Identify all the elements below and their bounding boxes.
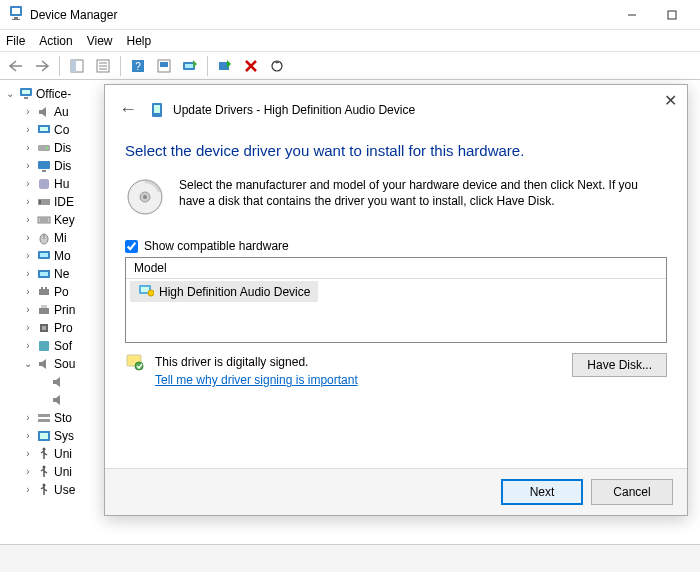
- expander-icon[interactable]: ›: [22, 247, 34, 265]
- audio-icon: [50, 374, 66, 390]
- expander-icon[interactable]: ›: [22, 319, 34, 337]
- tree-item-label: Prin: [54, 301, 75, 319]
- model-column-header[interactable]: Model: [126, 258, 666, 279]
- tree-item-label: Pro: [54, 319, 73, 337]
- svg-rect-2: [14, 17, 18, 19]
- description-text: Select the manufacturer and model of you…: [179, 177, 667, 209]
- expander-icon[interactable]: ›: [22, 139, 34, 157]
- forward-button[interactable]: [30, 54, 54, 78]
- tree-item-label: Sys: [54, 427, 74, 445]
- back-icon[interactable]: ←: [119, 99, 137, 120]
- expander-icon[interactable]: ›: [22, 193, 34, 211]
- compatible-checkbox[interactable]: [125, 240, 138, 253]
- svg-rect-38: [40, 253, 48, 257]
- mouse-icon: [36, 230, 52, 246]
- svg-rect-49: [38, 414, 50, 417]
- menu-view[interactable]: View: [87, 34, 113, 48]
- svg-rect-3: [12, 19, 20, 20]
- svg-rect-22: [24, 97, 28, 99]
- expander-icon[interactable]: ›: [22, 481, 34, 499]
- expander-icon[interactable]: ›: [22, 103, 34, 121]
- window-title: Device Manager: [30, 8, 612, 22]
- svg-point-54: [43, 466, 46, 469]
- svg-rect-15: [160, 62, 168, 67]
- expander-icon[interactable]: ›: [22, 157, 34, 175]
- uninstall-button[interactable]: [239, 54, 263, 78]
- system-icon: [36, 428, 52, 444]
- cancel-button[interactable]: Cancel: [591, 479, 673, 505]
- tree-item-label: Au: [54, 103, 69, 121]
- menu-file[interactable]: File: [6, 34, 25, 48]
- svg-rect-29: [39, 179, 49, 189]
- expander-icon[interactable]: ›: [22, 337, 34, 355]
- signed-text: This driver is digitally signed.: [155, 355, 308, 369]
- model-item-label: High Definition Audio Device: [159, 285, 310, 299]
- svg-rect-45: [41, 305, 47, 308]
- expander-icon[interactable]: ›: [22, 301, 34, 319]
- expander-icon[interactable]: ›: [22, 229, 34, 247]
- expander-icon[interactable]: ⌄: [4, 85, 16, 103]
- tree-item-label: Sof: [54, 337, 72, 355]
- usb-icon: [36, 482, 52, 498]
- printer-icon: [36, 302, 52, 318]
- svg-rect-17: [185, 64, 193, 68]
- scan-button[interactable]: [152, 54, 176, 78]
- tree-item-label: Mo: [54, 247, 71, 265]
- expander-icon[interactable]: ›: [22, 211, 34, 229]
- tree-item-label: Sto: [54, 409, 72, 427]
- maximize-button[interactable]: [652, 1, 692, 29]
- next-button[interactable]: Next: [501, 479, 583, 505]
- help-button[interactable]: ?: [126, 54, 150, 78]
- svg-rect-40: [40, 272, 48, 276]
- expander-icon[interactable]: ›: [22, 427, 34, 445]
- svg-rect-28: [42, 170, 46, 172]
- svg-rect-1: [12, 8, 20, 14]
- expander-icon[interactable]: ›: [22, 463, 34, 481]
- expander-icon[interactable]: ›: [22, 265, 34, 283]
- software-icon: [36, 338, 52, 354]
- menu-action[interactable]: Action: [39, 34, 72, 48]
- back-button[interactable]: [4, 54, 28, 78]
- tree-item-label: Co: [54, 121, 69, 139]
- compatible-checkbox-row[interactable]: Show compatible hardware: [125, 239, 667, 253]
- expander-icon[interactable]: ›: [22, 445, 34, 463]
- svg-rect-57: [154, 105, 160, 113]
- have-disk-button[interactable]: Have Disk...: [572, 353, 667, 377]
- checkbox-label: Show compatible hardware: [144, 239, 289, 253]
- expander-icon[interactable]: ⌄: [22, 355, 34, 373]
- model-list[interactable]: Model High Definition Audio Device: [125, 257, 667, 343]
- svg-rect-32: [38, 217, 50, 223]
- status-bar: [0, 544, 700, 572]
- update-driver-button[interactable]: [178, 54, 202, 78]
- menu-help[interactable]: Help: [127, 34, 152, 48]
- svg-rect-27: [38, 161, 50, 169]
- expander-icon[interactable]: ›: [22, 175, 34, 193]
- network-icon: [36, 266, 52, 282]
- tree-item-label: Dis: [54, 139, 71, 157]
- svg-rect-41: [39, 289, 49, 295]
- tree-item-label: IDE: [54, 193, 74, 211]
- tree-item-label: Dis: [54, 157, 71, 175]
- svg-rect-48: [39, 341, 49, 351]
- hid-icon: [36, 176, 52, 192]
- properties-button[interactable]: [91, 54, 115, 78]
- signing-info-link[interactable]: Tell me why driver signing is important: [155, 373, 358, 387]
- svg-rect-24: [40, 127, 48, 131]
- expander-icon[interactable]: ›: [22, 283, 34, 301]
- show-hide-tree-button[interactable]: [65, 54, 89, 78]
- scan-hardware-button[interactable]: [265, 54, 289, 78]
- disc-icon: [125, 177, 165, 217]
- expander-icon[interactable]: ›: [22, 121, 34, 139]
- svg-point-61: [143, 195, 147, 199]
- app-icon: [8, 5, 24, 24]
- tree-item-label: Use: [54, 481, 75, 499]
- expander-icon[interactable]: ›: [22, 409, 34, 427]
- processor-icon: [36, 320, 52, 336]
- dialog-title: Update Drivers - High Definition Audio D…: [173, 103, 415, 117]
- toolbar: ?: [0, 52, 700, 80]
- close-button[interactable]: ✕: [664, 91, 677, 110]
- model-list-item[interactable]: High Definition Audio Device: [130, 281, 318, 302]
- minimize-button[interactable]: [612, 1, 652, 29]
- svg-rect-21: [22, 90, 30, 94]
- enable-button[interactable]: [213, 54, 237, 78]
